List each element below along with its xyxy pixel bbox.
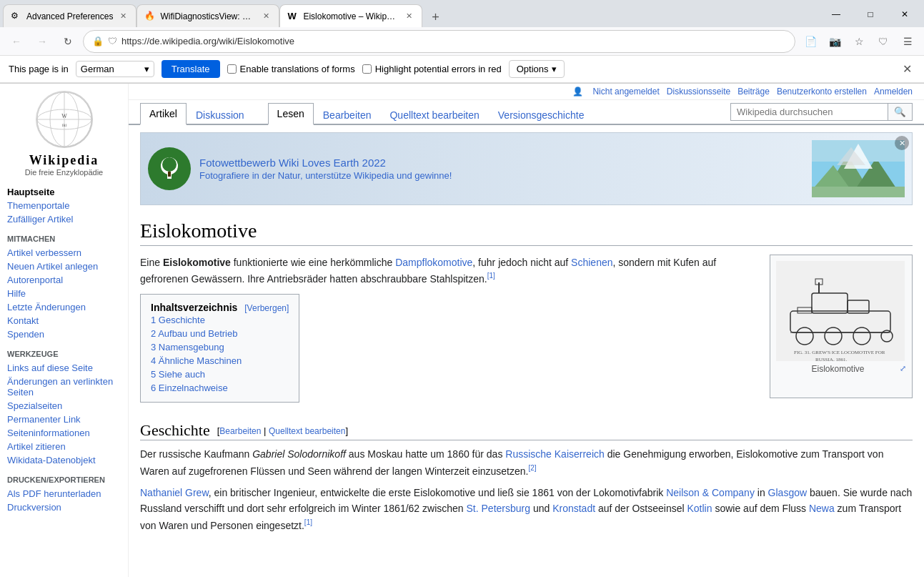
ref-2[interactable]: [2] bbox=[528, 464, 536, 472]
sidebar-item-autorenportal[interactable]: Autorenportal bbox=[7, 273, 121, 287]
grew-text-2: in bbox=[755, 487, 768, 498]
options-button[interactable]: Options ▾ bbox=[509, 60, 565, 78]
sidebar-item-spenden[interactable]: Spenden bbox=[7, 327, 121, 341]
sidebar-item-verlinkungen[interactable]: Änderungen an verlinkten Seiten bbox=[7, 375, 121, 399]
tab-diskussion[interactable]: Diskussion bbox=[187, 104, 254, 125]
sidebar-item-permalink[interactable]: Permanenter Link bbox=[7, 413, 121, 426]
menu-button[interactable]: ☰ bbox=[897, 31, 918, 52]
st-petersburg-link[interactable]: St. Petersburg bbox=[467, 503, 531, 514]
sidebar-item-druckversion[interactable]: Druckversion bbox=[7, 500, 121, 514]
page: W iki Wikipedia Die freie Enzyklopädie H… bbox=[0, 84, 924, 577]
toc-link-6[interactable]: 6 Einzelnachweise bbox=[151, 383, 228, 393]
tab-artikel[interactable]: Artikel bbox=[140, 103, 187, 125]
reader-mode-button[interactable]: 📄 bbox=[800, 31, 821, 52]
wiki-search-button[interactable]: 🔍 bbox=[888, 103, 913, 121]
tab-close-1[interactable]: ✕ bbox=[117, 11, 129, 22]
kronstadt-link[interactable]: Kronstadt bbox=[552, 503, 595, 514]
tab-wikipedia[interactable]: W Eislokomotive – Wikipedia ✕ bbox=[279, 4, 422, 27]
bearbeiten-link[interactable]: Bearbeiten bbox=[219, 426, 261, 436]
translate-button[interactable]: Translate bbox=[162, 60, 220, 78]
highlight-errors-checkbox[interactable] bbox=[362, 64, 372, 74]
svg-text:FIG. 31.  GREW'S ICE LOCOMOTIV: FIG. 31. GREW'S ICE LOCOMOTIVE FOR bbox=[794, 350, 885, 355]
infobox-expand-button[interactable]: ⤢ bbox=[900, 364, 906, 373]
tab-advanced-preferences[interactable]: ⚙ Advanced Preferences ✕ bbox=[3, 4, 136, 27]
contributions-link[interactable]: Beiträge bbox=[737, 87, 770, 97]
toolbar-right: 📄 📷 ☆ 🛡 ☰ bbox=[800, 31, 918, 52]
browser-chrome: ⚙ Advanced Preferences ✕ 🔥 WifiDiagnosti… bbox=[0, 0, 924, 84]
tab-bearbeiten[interactable]: Bearbeiten bbox=[314, 104, 381, 125]
language-select[interactable]: German ▾ bbox=[76, 61, 154, 77]
bookmark-button[interactable]: ☆ bbox=[848, 31, 870, 52]
screenshot-button[interactable]: 📷 bbox=[824, 31, 845, 52]
discussion-link[interactable]: Diskussionsseite bbox=[667, 87, 730, 97]
wiki-tabs-row: Artikel Diskussion Lesen Bearbeiten Quel… bbox=[129, 103, 924, 125]
sidebar-item-hauptseite[interactable]: Hauptseite bbox=[7, 185, 121, 199]
toc-item-3: 3 Namensgebung bbox=[151, 340, 289, 354]
translation-close-button[interactable]: ✕ bbox=[898, 61, 915, 78]
svg-rect-10 bbox=[168, 172, 171, 177]
sidebar-tools-section: Werkzeuge Links auf diese Seite Änderung… bbox=[7, 350, 121, 467]
sidebar-item-links[interactable]: Links auf diese Seite bbox=[7, 361, 121, 375]
ref-1[interactable]: [1] bbox=[487, 272, 495, 280]
language-value: German bbox=[81, 64, 114, 74]
sidebar-item-pdf[interactable]: Als PDF herunterladen bbox=[7, 487, 121, 500]
new-tab-button[interactable]: + bbox=[425, 7, 445, 27]
tab-bar: ⚙ Advanced Preferences ✕ 🔥 WifiDiagnosti… bbox=[0, 0, 924, 27]
article-infobox: FIG. 31. GREW'S ICE LOCOMOTIVE FOR RUSSI… bbox=[770, 255, 913, 398]
kotlin-link[interactable]: Kotlin bbox=[687, 503, 712, 514]
sidebar-item-anlegen[interactable]: Neuen Artikel anlegen bbox=[7, 260, 121, 273]
sidebar-item-themenportale[interactable]: Themenportale bbox=[7, 199, 121, 212]
sidebar-item-spezialseiten[interactable]: Spezialseiten bbox=[7, 399, 121, 413]
svg-point-20 bbox=[796, 327, 813, 345]
newa-link[interactable]: Newa bbox=[809, 503, 835, 514]
tab-quelltext[interactable]: Quelltext bearbeiten bbox=[380, 104, 488, 125]
tab-lesen[interactable]: Lesen bbox=[268, 103, 314, 125]
toc-link-3[interactable]: 3 Namensgebung bbox=[151, 342, 224, 352]
tab-versionsgeschichte[interactable]: Versionsgeschichte bbox=[489, 104, 594, 125]
enable-translations-checkbox[interactable] bbox=[227, 64, 237, 74]
sidebar-item-wikidata[interactable]: Wikidata-Datenobjekt bbox=[7, 453, 121, 467]
schienen-link[interactable]: Schienen bbox=[571, 257, 612, 268]
glasgow-link[interactable]: Glasgow bbox=[768, 487, 807, 498]
login-link[interactable]: Anmelden bbox=[874, 87, 913, 97]
sidebar-item-seiteninformationen[interactable]: Seiteninformationen bbox=[7, 426, 121, 440]
nathaniel-grew-link[interactable]: Nathaniel Grew bbox=[140, 487, 209, 498]
toc-link-5[interactable]: 5 Siehe auch bbox=[151, 369, 205, 380]
enable-translations-group: Enable translations of forms bbox=[227, 64, 355, 74]
sidebar-item-verbessern[interactable]: Artikel verbessern bbox=[7, 246, 121, 260]
url-bar[interactable]: 🔒 🛡 https://de.wikipedia.org/wiki/Eislok… bbox=[83, 30, 795, 53]
section-title-text: Geschichte bbox=[140, 421, 210, 440]
minimize-button[interactable]: — bbox=[820, 4, 853, 24]
neilson-link[interactable]: Neilson & Company bbox=[666, 487, 755, 498]
grew-text-1: , ein britischer Ingenieur, entwickelte … bbox=[209, 487, 666, 498]
sidebar-item-hilfe[interactable]: Hilfe bbox=[7, 287, 121, 300]
reload-button[interactable]: ↻ bbox=[57, 31, 79, 52]
wiki-search-input[interactable] bbox=[730, 103, 888, 121]
forward-button[interactable]: → bbox=[31, 31, 53, 52]
toc-toggle[interactable]: [Verbergen] bbox=[244, 303, 289, 313]
quelltext-link[interactable]: Quelltext bearbeiten bbox=[269, 426, 345, 436]
wikipedia-logo: W iki Wikipedia Die freie Enzyklopädie bbox=[7, 91, 121, 177]
sidebar-item-zitieren[interactable]: Artikel zitieren bbox=[7, 440, 121, 453]
toc-link-2[interactable]: 2 Aufbau und Betrieb bbox=[151, 328, 237, 339]
sidebar-item-zufall[interactable]: Zufälliger Artikel bbox=[7, 212, 121, 226]
create-account-link[interactable]: Benutzerkonto erstellen bbox=[777, 87, 867, 97]
banner-close-button[interactable]: ✕ bbox=[895, 136, 909, 150]
tab-wifi-diagnostics[interactable]: 🔥 WifiDiagnosticsView: Diagnosti... ✕ bbox=[136, 4, 279, 27]
dampflokomotive-link[interactable]: Dampflokomotive bbox=[395, 257, 472, 268]
chevron-down-icon: ▾ bbox=[144, 64, 149, 74]
intro-cont: funktionierte wie eine herkömmliche bbox=[231, 257, 395, 268]
tab-close-3[interactable]: ✕ bbox=[403, 11, 414, 22]
tab-close-2[interactable]: ✕ bbox=[260, 11, 272, 22]
back-button[interactable]: ← bbox=[6, 31, 27, 52]
close-button[interactable]: ✕ bbox=[888, 4, 921, 24]
toc-link-4[interactable]: 4 Ähnliche Maschinen bbox=[151, 355, 242, 366]
maximize-button[interactable]: □ bbox=[854, 4, 887, 24]
sidebar-item-aenderungen[interactable]: Letzte Änderungen bbox=[7, 300, 121, 314]
sidebar-item-kontakt[interactable]: Kontakt bbox=[7, 314, 121, 327]
toc-link-1[interactable]: 1 Geschichte bbox=[151, 315, 205, 325]
highlight-errors-group: Highlight potential errors in red bbox=[362, 64, 502, 74]
russisches-kaiserreich-link[interactable]: Russische Kaiserreich bbox=[505, 448, 605, 460]
ref-3[interactable]: [1] bbox=[304, 518, 312, 526]
svg-rect-24 bbox=[812, 293, 848, 313]
